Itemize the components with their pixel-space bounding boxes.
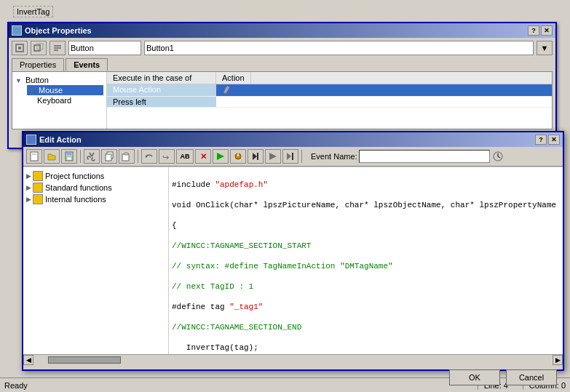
name-input[interactable] — [144, 41, 534, 55]
code-line-8: InvertTag(tag); — [172, 342, 560, 353]
events-cell-1-1 — [216, 97, 228, 107]
events-row-1[interactable]: Press left — [107, 97, 552, 108]
tb-sep2 — [138, 150, 138, 163]
func-tree-item-2[interactable]: ▶ Internal functions — [26, 193, 165, 205]
tabs-row: Properties Events — [12, 58, 553, 71]
svg-marker-25 — [269, 153, 277, 160]
ea-tb-redo-btn[interactable]: ↪ — [159, 149, 175, 164]
code-line-4: // syntax: #define TagNameInAction "DMTa… — [172, 260, 560, 272]
svg-point-1 — [18, 47, 21, 49]
obj-props-help-btn[interactable]: ? — [528, 25, 539, 36]
expand-icon-2: ▶ — [26, 196, 31, 203]
ok-button[interactable]: OK — [449, 369, 500, 385]
code-editor-area[interactable]: #include "apdefap.h" void OnClick(char* … — [169, 167, 563, 354]
hscroll-track[interactable] — [33, 355, 553, 365]
ea-tb-step-btn[interactable] — [248, 149, 264, 164]
ea-tb-open-btn[interactable] — [44, 149, 60, 164]
svg-rect-7 — [223, 86, 229, 94]
hscroll-right-arrow[interactable]: ▶ — [553, 355, 563, 365]
edit-action-win-controls: ? ✕ — [535, 135, 560, 145]
tree-root-button[interactable]: ▼ Button — [15, 75, 103, 85]
expand-icon-1: ▶ — [26, 184, 31, 191]
tree-item-mouse[interactable]: ▼ Mouse — [27, 85, 103, 95]
edit-action-title-icon — [26, 135, 36, 145]
type-input[interactable] — [68, 41, 141, 55]
obj-props-body: ▼ Properties Events ▼ Button — [9, 38, 555, 132]
ea-tb-right-btn[interactable] — [265, 149, 281, 164]
ea-tb-undo-btn[interactable] — [141, 149, 157, 164]
events-right-panel: Execute in the case of Action Mouse Acti… — [107, 72, 552, 129]
cancel-button[interactable]: Cancel — [506, 369, 557, 385]
events-table-body: Mouse Action Press left — [107, 84, 552, 108]
code-line-1: void OnClick(char* lpszPictureName, char… — [172, 199, 560, 211]
svg-rect-15 — [106, 154, 111, 161]
edit-action-window: Edit Action ? ✕ — [22, 131, 564, 371]
events-header-col1: Execute in the case of — [107, 72, 216, 84]
events-row-0[interactable]: Mouse Action — [107, 84, 552, 97]
clock-icon — [491, 150, 504, 163]
props-toolbar: ▼ — [12, 41, 553, 55]
func-tree-icon-2 — [33, 194, 43, 204]
svg-text:↪: ↪ — [162, 153, 169, 161]
ea-tb-compile-btn[interactable] — [213, 149, 229, 164]
func-tree-icon-1 — [33, 183, 43, 193]
code-line-0: #include "apdefap.h" — [172, 179, 560, 191]
edit-action-titlebar: Edit Action ? ✕ — [23, 132, 563, 147]
ea-tb-cut-btn[interactable] — [84, 149, 100, 164]
obj-props-close-btn[interactable]: ✕ — [541, 25, 553, 36]
events-content: ▼ Button ▼ Mouse Keyboard — [12, 71, 553, 129]
expand-icon-0: ▶ — [26, 172, 31, 180]
obj-props-title-icon — [12, 25, 22, 36]
events-cell-0-0: Mouse Action — [107, 84, 216, 96]
edit-action-help-btn[interactable]: ? — [535, 135, 547, 145]
ea-tb-copy-btn[interactable] — [101, 149, 117, 164]
props-icon-btn3[interactable] — [50, 41, 66, 55]
ea-tb-abc-btn[interactable]: AB — [176, 149, 194, 164]
props-icon-btn2[interactable] — [31, 41, 47, 55]
event-name-input[interactable] — [359, 150, 490, 163]
tree-children: ▼ Mouse Keyboard — [15, 85, 103, 105]
tb-sep1 — [80, 150, 81, 163]
tab-events[interactable]: Events — [66, 58, 108, 71]
props-icon-btn1[interactable] — [12, 41, 28, 55]
events-cell-1-0: Press left — [107, 97, 216, 107]
hscroll-left-arrow[interactable]: ◀ — [23, 355, 33, 365]
ea-tb-save-btn[interactable] — [61, 149, 77, 164]
tb-sep3 — [301, 150, 302, 163]
ea-tb-paste-btn[interactable] — [119, 149, 135, 164]
obj-props-title: Object Properties — [25, 26, 92, 35]
ea-tb-new-btn[interactable] — [26, 149, 42, 164]
edit-action-title: Edit Action — [39, 135, 82, 144]
events-header-col2: Action — [216, 72, 251, 84]
dropdown-arrow-btn[interactable]: ▼ — [537, 41, 553, 55]
desktop: InvertTag Object Properties ? ✕ — [0, 0, 570, 392]
svg-rect-12 — [67, 152, 71, 155]
invert-tag-label: InvertTag — [13, 6, 53, 17]
ea-tb-debug-btn[interactable] — [230, 149, 246, 164]
svg-marker-20 — [217, 153, 224, 160]
code-line-6: #define tag "_tag1" — [172, 301, 560, 313]
tree-item-keyboard[interactable]: Keyboard — [27, 95, 103, 105]
code-line-5: // next TagID : 1 — [172, 281, 560, 292]
code-line-7: //WINCC:TAGNAME_SECTION_END — [172, 321, 560, 333]
obj-props-win-controls: ? ✕ — [528, 25, 553, 36]
func-tree-item-1[interactable]: ▶ Standard functions — [26, 182, 165, 193]
hscroll-thumb[interactable] — [48, 356, 121, 364]
edit-action-toolbar: ↪ AB ✕ Event Name: — [23, 147, 563, 167]
func-tree-item-0[interactable]: ▶ Project functions — [26, 170, 165, 182]
svg-rect-9 — [31, 152, 38, 161]
svg-marker-26 — [287, 153, 291, 160]
edit-action-close-btn[interactable]: ✕ — [548, 135, 560, 145]
svg-line-30 — [498, 156, 500, 158]
svg-marker-23 — [253, 153, 257, 160]
events-tree-panel: ▼ Button ▼ Mouse Keyboard — [12, 72, 107, 129]
tab-properties[interactable]: Properties — [12, 58, 64, 71]
code-hscrollbar[interactable]: ◀ ▶ — [23, 354, 563, 364]
code-line-3: //WINCC:TAGNAME_SECTION_START — [172, 240, 560, 252]
edit-pencil-icon — [222, 85, 232, 95]
object-properties-window: Object Properties ? ✕ ▼ — [7, 22, 557, 149]
func-tree-icon-0 — [33, 171, 43, 181]
ea-tb-far-btn[interactable] — [282, 149, 298, 164]
ea-tb-x-btn[interactable]: ✕ — [195, 149, 211, 164]
svg-rect-13 — [67, 157, 71, 160]
